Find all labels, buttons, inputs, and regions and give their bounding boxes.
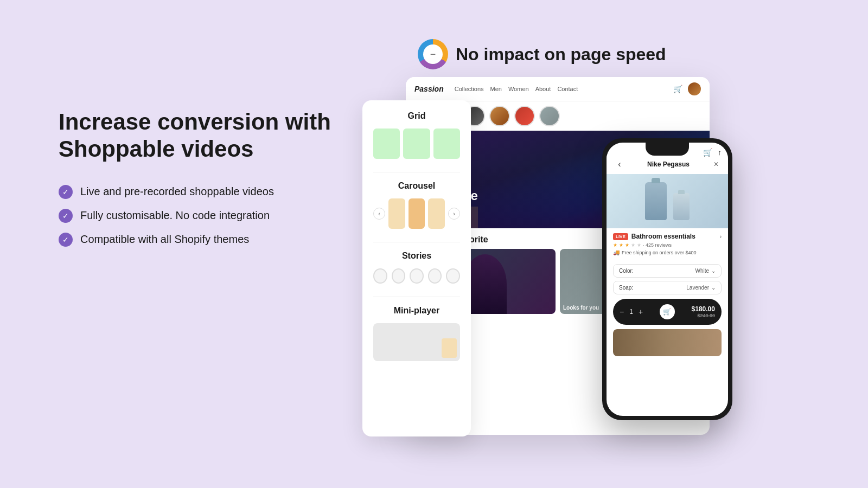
feature-item-3: ✓ Compatible with all Shopify themes [59,233,341,247]
phone-header: ‹ Nike Pegasus ✕ [607,156,728,174]
carousel-prev[interactable]: ‹ [373,208,385,220]
add-to-cart-bar[interactable]: − 1 + 🛒 $180.00 $240.00 [613,299,722,325]
phone-product-info: LIVE Bathroom essentials › ★ ★ ★ ★ ★ · 4… [607,228,728,264]
grid-section: Grid [373,111,460,159]
soap-option[interactable]: Soap: Lavender ⌄ [613,281,722,294]
product-stars: ★ ★ ★ ★ ★ · 425 reviews [613,242,722,248]
color-chevron: ⌄ [711,268,716,274]
shipping-info: 🚚 Free shipping on orders over $400 [613,249,722,255]
grid-cell-3 [433,129,460,159]
phone-back-button[interactable]: ‹ [613,158,626,171]
story-bubble-6[interactable] [539,106,560,126]
speed-icon-inner: − [423,44,443,64]
review-count: · 425 reviews [643,242,672,248]
feature-item-1: ✓ Live and pre-recorded shoppable videos [59,185,341,199]
mini-player-section: Mini-player [373,306,460,361]
speed-icon: − [418,39,448,69]
speed-badge: − No impact on page speed [418,39,666,69]
phone-screen: 🛒 ↑ ‹ Nike Pegasus ✕ LIVE Bathroom essen… [607,143,728,416]
star-5: ★ [637,242,641,248]
browser-nav: Passion Collections Men Women About Cont… [406,77,710,101]
grid-cell-1 [373,129,400,159]
story-dot-4[interactable] [428,268,442,284]
phone-mockup: 🛒 ↑ ‹ Nike Pegasus ✕ LIVE Bathroom essen… [602,138,732,420]
story-dot-5[interactable] [446,268,460,284]
qty-number: 1 [629,308,633,316]
story-dot-3[interactable] [410,268,424,284]
feature-list: ✓ Live and pre-recorded shoppable videos… [59,185,341,247]
check-icon-3: ✓ [59,233,73,247]
nav-collections[interactable]: Collections [455,86,484,92]
mini-player-title: Mini-player [373,306,460,316]
color-select[interactable]: White ⌄ [695,268,716,274]
cart-controls: − 1 + [620,307,643,316]
qty-minus[interactable]: − [620,307,624,316]
nav-women[interactable]: Women [508,86,529,92]
carousel-title: Carousel [373,181,460,191]
nav-links: Collections Men Women About Contact [455,86,578,92]
cart-price: $180.00 $240.00 [692,305,715,318]
left-content: Increase conversion with Shoppable video… [59,108,341,247]
product-options: Color: White ⌄ Soap: Lavender ⌄ [607,264,728,294]
story-dot-1[interactable] [373,268,387,284]
nav-contact[interactable]: Contact [557,86,578,92]
phone-product-title: Nike Pegasus [647,160,690,168]
cart-icon-button[interactable]: 🛒 [660,304,675,319]
star-2: ★ [619,242,623,248]
story-bubble-5[interactable] [514,106,535,126]
carousel-cell-1 [388,198,405,229]
nav-about[interactable]: About [535,86,551,92]
story-dot-2[interactable] [392,268,406,284]
nav-icons: 🛒 [673,82,701,95]
main-heading: Increase conversion with Shoppable video… [59,108,341,163]
product-name: Bathroom essentials [631,233,695,240]
divider-2 [373,242,460,242]
grid-title: Grid [373,111,460,121]
user-avatar[interactable] [688,82,701,95]
carousel-preview: ‹ › [373,198,460,229]
grid-preview [373,129,460,159]
phone-share-icon[interactable]: ↑ [718,148,722,157]
divider-1 [373,172,460,172]
phone-cart-icon[interactable]: 🛒 [703,148,712,157]
color-option[interactable]: Color: White ⌄ [613,264,722,278]
star-4: ★ [631,242,635,248]
carousel-cell-2 [409,198,425,229]
carousel-next[interactable]: › [448,208,460,220]
product-bottle-main [645,182,667,220]
stories-preview [373,268,460,284]
product-badge-row: LIVE Bathroom essentials › [613,233,722,240]
star-3: ★ [625,242,629,248]
cart-icon[interactable]: 🛒 [673,85,682,93]
widget-panel: Grid Carousel ‹ › Stories Mini-player [362,100,471,436]
product-live-badge: LIVE [613,233,628,240]
star-1: ★ [613,242,617,248]
divider-3 [373,297,460,297]
check-icon-1: ✓ [59,185,73,199]
phone-notch [646,143,689,156]
feature-item-2: ✓ Fully customisable. No code integratio… [59,209,341,223]
phone-close-button[interactable]: ✕ [711,159,722,170]
bottom-image-strip [613,329,722,356]
video-label-2: Looks for you [563,305,599,311]
truck-icon: 🚚 [613,249,620,255]
product-arrow[interactable]: › [720,234,722,240]
soap-chevron: ⌄ [711,285,716,291]
brand-name: Passion [414,85,444,93]
story-bubble-4[interactable] [489,106,510,126]
phone-product-image [607,174,728,228]
mini-player-thumb [442,338,457,358]
mini-player-preview [373,323,460,361]
check-icon-2: ✓ [59,209,73,223]
grid-cell-2 [403,129,430,159]
carousel-cell-3 [428,198,445,229]
stories-title: Stories [373,251,460,261]
carousel-section: Carousel ‹ › [373,181,460,229]
nav-men[interactable]: Men [490,86,502,92]
stories-section: Stories [373,251,460,284]
qty-plus[interactable]: + [639,307,643,316]
speed-badge-text: No impact on page speed [456,44,666,65]
soap-select[interactable]: Lavender ⌄ [686,285,716,291]
